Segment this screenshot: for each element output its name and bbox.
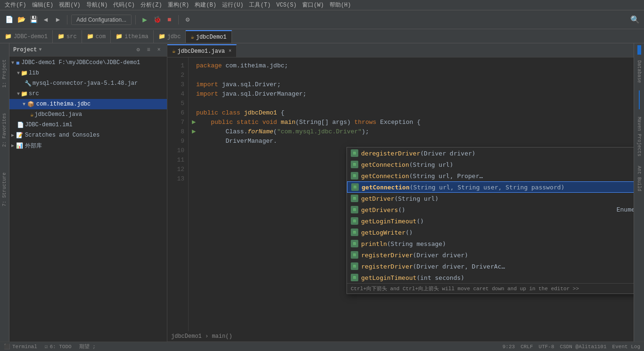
right-panel-maven[interactable]: Maven Projects: [636, 113, 643, 160]
save-btn[interactable]: 💾: [28, 15, 39, 25]
tab-itheima-label: itheima: [124, 33, 148, 40]
tab-itheima-icon: 📁: [116, 33, 123, 40]
sidebar-item-1-project[interactable]: 1: Project: [1, 57, 8, 90]
menu-tools[interactable]: 工具(T): [246, 1, 273, 9]
tab-jdbc-icon: 📁: [158, 33, 165, 40]
tree-item-scratches[interactable]: ▶ 📝 Scratches and Consoles: [9, 130, 167, 140]
line-numbers: 1 2 3 4 5 6 7 8 9 10 11 12 13: [167, 57, 189, 331]
tree-item-java[interactable]: ☕ jdbcDemo1.java: [9, 109, 167, 120]
tree-item-lib[interactable]: ▼ 📁 lib: [9, 68, 167, 78]
tree-collapse-icon: ▼: [11, 60, 14, 65]
toolbar-sep1: [67, 15, 67, 24]
toolbar-sep3: [178, 15, 179, 24]
tree-item-package[interactable]: ▼ 📦 com.itheima.jdbc: [9, 99, 167, 109]
tab-itheima[interactable]: 📁 itheima: [111, 30, 153, 43]
menu-edit[interactable]: 编辑(E): [29, 1, 57, 9]
menu-navigate[interactable]: 导航(N): [83, 1, 111, 9]
ac-icon-println: m: [351, 240, 358, 247]
panel-gear-icon[interactable]: ⚙: [134, 46, 142, 54]
ac-method-getdriver: getDriver(String url): [361, 195, 438, 202]
tree-item-root[interactable]: ▼ ◼ JDBC-demo1 F:\myJDBCcode\JDBC-demo1: [9, 57, 167, 68]
menu-run[interactable]: 运行(U): [219, 1, 247, 9]
panel-header: Project ▼ ⚙ ≡ ×: [9, 43, 167, 57]
toolbar-sep2: [135, 15, 136, 24]
ac-item-deregisterdriver[interactable]: m deregisterDriver(Driver driver) void: [347, 147, 634, 159]
back-btn[interactable]: ◀: [41, 15, 51, 25]
ac-item-println[interactable]: m println(String message) void: [347, 238, 634, 249]
ac-item-getlogwriter[interactable]: m getLogWriter() PrintWriter: [347, 227, 634, 238]
stop-btn[interactable]: ■: [164, 15, 174, 25]
ac-hint: Ctrl+向下箭头 and Ctrl+向上箭头 will move caret …: [347, 283, 634, 294]
sidebar-item-structure[interactable]: 7: Structure: [1, 171, 8, 208]
status-crlf[interactable]: CRLF: [520, 344, 533, 350]
panel-toolbar: ⚙ ≡ ×: [134, 46, 163, 54]
ac-method-getconnection-3: getConnection(String url, String user, S…: [362, 184, 564, 191]
period-label: 期望 ;: [79, 343, 96, 350]
tree-item-extlib[interactable]: ▶ 📊 外部库: [9, 140, 167, 151]
ac-item-getconnection-3[interactable]: m getConnection(String url, String user,…: [347, 181, 634, 193]
editor-tab-jdbcdemo1[interactable]: ☕ jdbcDemo1.java ×: [167, 44, 237, 57]
menu-view[interactable]: 视图(V): [56, 1, 83, 9]
tab-com[interactable]: 📁 com: [82, 30, 111, 43]
ac-item-setlogintimeout[interactable]: m getLoginTimeout(int seconds) void: [347, 272, 634, 283]
debug-button[interactable]: 🐞: [152, 15, 162, 25]
open-btn[interactable]: 📂: [16, 15, 26, 25]
tab-jdbcdemo1[interactable]: ☕ jdbcDemo1: [186, 30, 231, 43]
status-bar: ⬛ Terminal ☑ 6: TODO 期望 ; 9:23 CRLF UTF-…: [0, 342, 644, 351]
ac-icon-registerdriver-2: m: [351, 262, 358, 270]
event-log-label[interactable]: Event Log: [612, 344, 640, 350]
editor-area: ☕ jdbcDemo1.java × 1 2 3 4 5 6 7 8 9 10 …: [167, 43, 634, 342]
ac-item-getdriver[interactable]: m getDriver(String url) Driver: [347, 193, 634, 204]
menu-window[interactable]: 窗口(W): [299, 1, 327, 9]
terminal-label[interactable]: ⬛ Terminal: [4, 343, 37, 350]
menu-code[interactable]: 代码(C): [110, 1, 138, 9]
editor-tab-close-icon[interactable]: ×: [229, 49, 231, 54]
forward-btn[interactable]: ▶: [53, 15, 63, 25]
tab-jdbc[interactable]: 📁 jdbc: [154, 30, 186, 43]
tree-item-iml-label: JDBC-demo1.iml: [25, 122, 73, 128]
tab-jdbc-demo1[interactable]: 📁 JDBC-demo1: [0, 30, 53, 43]
right-panel-database[interactable]: Database: [636, 57, 643, 87]
settings-btn[interactable]: ⚙: [182, 15, 193, 25]
tree-item-src[interactable]: ▼ 📁 src: [9, 89, 167, 99]
status-right: 9:23 CRLF UTF-8 CSDN @Alita1101 Event Lo…: [503, 344, 640, 350]
tree-item-jar[interactable]: 🔧 mysql-connector-java-5.1.48.jar: [9, 78, 167, 89]
tab-src[interactable]: 📁 src: [53, 30, 82, 43]
ac-item-getconnection-2[interactable]: m getConnection(String url, Proper… Conn…: [347, 170, 634, 181]
tree-item-lib-label: lib: [29, 70, 39, 76]
tree-item-iml[interactable]: 📄 JDBC-demo1.iml: [9, 120, 167, 130]
right-panel-ant[interactable]: Ant Build: [636, 162, 643, 195]
run-button[interactable]: ▶: [140, 15, 150, 25]
menu-bar: 文件(F) 编辑(E) 视图(V) 导航(N) 代码(C) 分析(Z) 重构(R…: [0, 0, 644, 10]
menu-vcs[interactable]: VCS(S): [273, 2, 299, 8]
menu-refactor[interactable]: 重构(R): [165, 1, 192, 9]
ac-item-getdrivers[interactable]: m getDrivers() Enumeration<Driver>: [347, 204, 634, 215]
extlib-collapse-icon: ▶: [11, 143, 14, 148]
menu-analyze[interactable]: 分析(Z): [138, 1, 165, 9]
tab-jdbc-demo1-icon: 📁: [5, 33, 12, 40]
ac-item-getconnection-1[interactable]: m getConnection(String url) Connection: [347, 159, 634, 170]
panel-settings-icon[interactable]: ≡: [144, 46, 153, 54]
ac-item-getlogintimeout[interactable]: m getLoginTimeout() int: [347, 215, 634, 227]
search-everywhere-btn[interactable]: 🔍: [630, 15, 640, 25]
code-editor[interactable]: 1 2 3 4 5 6 7 8 9 10 11 12 13 package co…: [167, 57, 634, 331]
todo-icon: ☑: [45, 343, 48, 350]
status-encoding[interactable]: UTF-8: [539, 344, 554, 350]
breadcrumb-bar: jdbcDemo1 › main(): [167, 331, 634, 342]
ac-icon-getlogintimeout: m: [351, 217, 358, 225]
lib-collapse-icon: ▼: [17, 71, 20, 76]
menu-build[interactable]: 构建(B): [192, 1, 219, 9]
java-file-icon: ☕: [30, 111, 33, 118]
panel-close-icon[interactable]: ×: [155, 46, 163, 54]
autocomplete-popup: m deregisterDriver(Driver driver) void m…: [347, 147, 634, 294]
add-config-button[interactable]: Add Configuration...: [71, 15, 132, 25]
ac-item-registerdriver-1[interactable]: m registerDriver(Driver driver) void: [347, 249, 634, 261]
ac-item-registerdriver-2[interactable]: m registerDriver(Driver driver, DriverAc…: [347, 261, 634, 272]
ac-icon-getconnection-3: m: [351, 183, 359, 191]
project-tree: ▼ ◼ JDBC-demo1 F:\myJDBCcode\JDBC-demo1 …: [9, 57, 167, 342]
new-file-btn[interactable]: 📄: [4, 15, 14, 25]
sidebar-item-2-favorites[interactable]: 2: Favorites: [1, 111, 8, 149]
todo-label[interactable]: ☑ 6: TODO: [45, 343, 72, 350]
menu-help[interactable]: 帮助(H): [327, 1, 354, 9]
menu-file[interactable]: 文件(F): [2, 1, 29, 9]
